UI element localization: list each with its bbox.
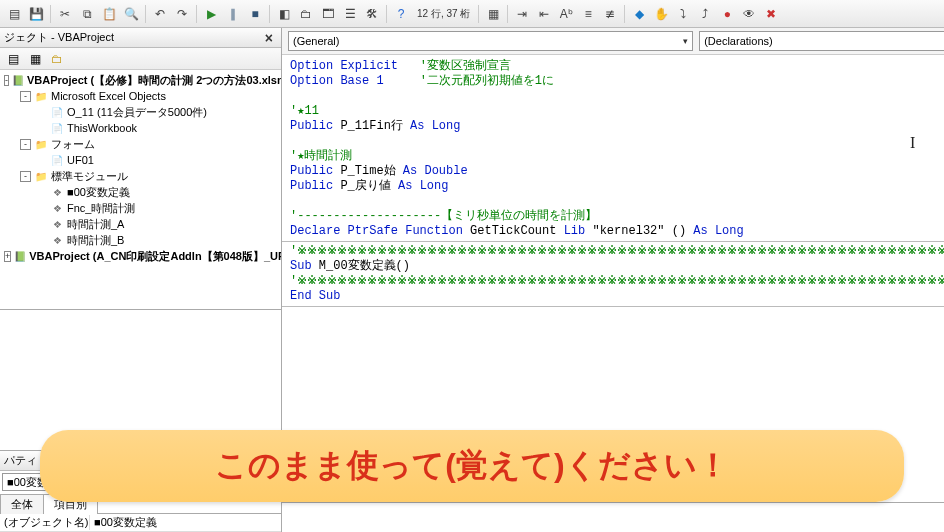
tree-node[interactable]: -📁フォーム [0, 136, 281, 152]
proj-icon: 📗 [14, 250, 26, 262]
tree-node-label: VBAProject (【必修】時間の計測 2つの方法03.xlsm [27, 73, 281, 88]
main-toolbar: ▤ 💾 ✂ ⧉ 📋 🔍 ↶ ↷ ▶ ∥ ■ ◧ 🗀 🗔 ☰ 🛠 ? 12 行, … [0, 0, 944, 28]
tree-node[interactable]: -📁標準モジュール [0, 168, 281, 184]
props-icon[interactable]: 🗔 [318, 4, 338, 24]
folder-icon[interactable]: 🗀 [48, 50, 66, 68]
close-icon[interactable]: × [261, 30, 277, 46]
tree-node[interactable]: 📄ThisWorkbook [0, 120, 281, 136]
view-object-icon[interactable]: ▦ [26, 50, 44, 68]
tree-node[interactable]: -📗VBAProject (【必修】時間の計測 2つの方法03.xlsm [0, 72, 281, 88]
tree-node[interactable]: -📁Microsoft Excel Objects [0, 88, 281, 104]
tree-node[interactable]: +📗VBAProject (A_CN印刷設定AddIn【第048版】_UF [0, 248, 281, 264]
redo-icon[interactable]: ↷ [172, 4, 192, 24]
project-panel-title: ジェクト - VBAProject × [0, 28, 281, 48]
tree-node-label: Fnc_時間計測 [67, 201, 135, 216]
collapse-icon[interactable]: - [20, 139, 31, 150]
tree-node-label: フォーム [51, 137, 95, 152]
chevron-down-icon: ▾ [683, 36, 688, 46]
project-mini-toolbar: ▤ ▦ 🗀 [0, 48, 281, 70]
collapse-icon[interactable]: - [20, 171, 31, 182]
tree-node-label: 時間計測_A [67, 217, 124, 232]
tab-all[interactable]: 全体 [0, 494, 44, 514]
collapse-icon[interactable]: - [4, 75, 9, 86]
project-tree[interactable]: -📗VBAProject (【必修】時間の計測 2つの方法03.xlsm-📁Mi… [0, 70, 281, 310]
project-panel-label: ジェクト - VBAProject [4, 30, 114, 45]
doc-icon: 📄 [50, 106, 64, 118]
tree-node-label: 時間計測_B [67, 233, 124, 248]
collapse-icon[interactable]: - [20, 91, 31, 102]
tree-node[interactable]: ❖Fnc_時間計測 [0, 200, 281, 216]
proj-icon: 📗 [12, 74, 24, 86]
uncomment-icon[interactable]: ≢ [600, 4, 620, 24]
tree-node-label: 標準モジュール [51, 169, 128, 184]
fold-icon: 📁 [34, 90, 48, 102]
mod-icon: ❖ [50, 234, 64, 246]
object-dd-value: (General) [293, 35, 339, 47]
bp-icon[interactable]: ● [717, 4, 737, 24]
view-code-icon[interactable]: ▤ [4, 50, 22, 68]
tree-node-label: UF01 [67, 154, 94, 166]
tree-node-label: O_11 (11会員データ5000件) [67, 105, 207, 120]
property-row[interactable]: (オブジェクト名)■00変数定義 [0, 514, 281, 532]
paste-icon[interactable]: 📋 [99, 4, 119, 24]
design-icon[interactable]: ◧ [274, 4, 294, 24]
fold-icon: 📁 [34, 138, 48, 150]
tree-node-label: VBAProject (A_CN印刷設定AddIn【第048版】_UF [29, 249, 281, 264]
find-icon[interactable]: 🔍 [121, 4, 141, 24]
save-icon[interactable]: 💾 [26, 4, 46, 24]
immediate-panel[interactable] [282, 502, 944, 532]
text-cursor-icon: I [910, 135, 915, 150]
expand-icon[interactable]: + [4, 251, 11, 262]
object-dropdown[interactable]: (General) ▾ [288, 31, 693, 51]
mod-icon: ❖ [50, 186, 64, 198]
pause-icon[interactable]: ∥ [223, 4, 243, 24]
browser-icon[interactable]: ☰ [340, 4, 360, 24]
caption-overlay: このまま使って(覚えて)ください！ [40, 430, 904, 502]
procedure-dropdown[interactable]: (Declarations) ▾ [699, 31, 944, 51]
outdent-icon[interactable]: ⇤ [534, 4, 554, 24]
project-icon[interactable]: 🗀 [296, 4, 316, 24]
indent-icon[interactable]: ⇥ [512, 4, 532, 24]
tree-node-label: ThisWorkbook [67, 122, 137, 134]
stop-icon[interactable]: ■ [245, 4, 265, 24]
procedure-dd-value: (Declarations) [704, 35, 772, 47]
bookmark-icon[interactable]: ◆ [629, 4, 649, 24]
tree-node[interactable]: ❖時間計測_B [0, 232, 281, 248]
run-icon[interactable]: ▶ [201, 4, 221, 24]
tree-node[interactable]: ❖■00変数定義 [0, 184, 281, 200]
comment-icon[interactable]: ≡ [578, 4, 598, 24]
cursor-position: 12 行, 37 桁 [413, 7, 474, 21]
tree-node-label: ■00変数定義 [67, 185, 130, 200]
cut-icon[interactable]: ✂ [55, 4, 75, 24]
clear-icon[interactable]: ✖ [761, 4, 781, 24]
tree-node[interactable]: 📄O_11 (11会員データ5000件) [0, 104, 281, 120]
mod-icon: ❖ [50, 202, 64, 214]
doc-icon: 📄 [50, 122, 64, 134]
view-icon[interactable]: ▤ [4, 4, 24, 24]
fold-icon: 📁 [34, 170, 48, 182]
tree-node[interactable]: ❖時間計測_A [0, 216, 281, 232]
tool-b-icon[interactable]: Aᵇ [556, 4, 576, 24]
mod-icon: ❖ [50, 218, 64, 230]
help-icon[interactable]: ? [391, 4, 411, 24]
doc-icon: 📄 [50, 154, 64, 166]
tree-node-label: Microsoft Excel Objects [51, 90, 166, 102]
watch-icon[interactable]: 👁 [739, 4, 759, 24]
property-name: (オブジェクト名) [0, 515, 90, 530]
toolbox-icon[interactable]: 🛠 [362, 4, 382, 24]
step2-icon[interactable]: ⤴ [695, 4, 715, 24]
undo-icon[interactable]: ↶ [150, 4, 170, 24]
hand-icon[interactable]: ✋ [651, 4, 671, 24]
tree-node[interactable]: 📄UF01 [0, 152, 281, 168]
tool-a-icon[interactable]: ▦ [483, 4, 503, 24]
copy-icon[interactable]: ⧉ [77, 4, 97, 24]
property-value[interactable]: ■00変数定義 [90, 515, 281, 530]
step-icon[interactable]: ⤵ [673, 4, 693, 24]
